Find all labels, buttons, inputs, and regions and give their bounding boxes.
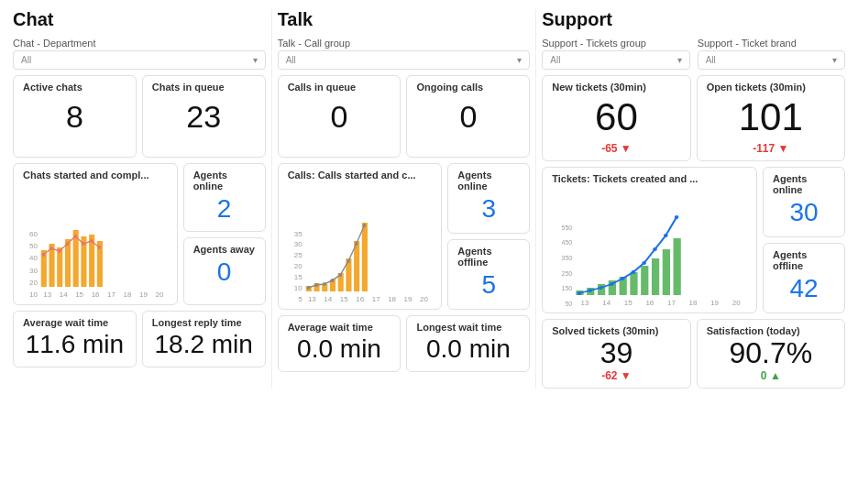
svg-point-30 [355, 242, 358, 246]
support-agents-online-value: 30 [773, 195, 835, 231]
solved-tickets-label: Solved tickets (30min) [552, 325, 680, 336]
chat-section: Chat Chat - Department All ▾ Active chat… [7, 9, 272, 389]
talk-chart-card: Calls: Calls started and c... 35 30 25 2… [278, 163, 443, 310]
talk-agents-offline-card: Agents offline 5 [447, 239, 530, 310]
support-chevron2-icon: ▾ [832, 55, 837, 65]
solved-tickets-delta: -62 [552, 369, 680, 382]
satisfaction-value: 90.7% [707, 336, 835, 369]
talk-chart-svg [304, 218, 433, 291]
open-tickets-delta: -117 [707, 142, 835, 155]
svg-point-27 [330, 279, 333, 282]
chat-longest-reply-label: Longest reply time [152, 317, 256, 328]
support-chevron1-icon: ▾ [677, 55, 682, 65]
talk-agents-online-label: Agents online [457, 170, 520, 192]
chats-queue-value: 23 [152, 93, 256, 141]
svg-point-8 [42, 253, 45, 257]
talk-longest-wait-card: Longest wait time 0.0 min [406, 315, 530, 372]
open-tickets-card: Open tickets (30min) 101 -117 [697, 75, 845, 161]
svg-point-50 [664, 234, 668, 237]
svg-point-14 [90, 239, 93, 243]
svg-rect-40 [663, 249, 670, 295]
satisfaction-card: Satisfaction (today) 90.7% 0 [697, 319, 845, 389]
svg-rect-3 [65, 239, 71, 287]
open-tickets-value: 101 [707, 93, 835, 142]
svg-rect-34 [598, 284, 605, 295]
svg-point-45 [610, 282, 614, 286]
chats-queue-card: Chats in queue 23 [142, 75, 266, 158]
svg-point-43 [588, 289, 593, 292]
svg-point-47 [632, 270, 636, 274]
svg-rect-2 [57, 247, 62, 287]
support-filter1-value: All [550, 55, 560, 65]
talk-chart-label: Calls: Calls started and c... [288, 170, 433, 181]
support-filter2-label: Support - Ticket brand [698, 38, 845, 49]
talk-section: Talk Talk - Call group All ▾ Calls in qu… [272, 9, 537, 389]
support-chart-card: Tickets: Tickets created and ... 550 450… [542, 167, 757, 313]
chat-filter-value: All [21, 55, 31, 65]
active-chats-label: Active chats [23, 82, 126, 93]
support-section: Support Support - Tickets group All ▾ Su… [536, 9, 851, 389]
calls-queue-label: Calls in queue [288, 82, 391, 93]
chat-bottom-row: Average wait time 11.6 min Longest reply… [13, 311, 266, 367]
support-filter2-value: All [706, 55, 716, 65]
chat-filters: Chat - Department All ▾ [13, 38, 266, 70]
support-chart-label: Tickets: Tickets created and ... [552, 173, 747, 184]
talk-callgroup-select[interactable]: All ▾ [278, 50, 531, 70]
svg-rect-23 [361, 223, 367, 291]
svg-point-51 [675, 215, 679, 219]
satisfaction-label: Satisfaction (today) [707, 325, 835, 336]
svg-point-31 [362, 224, 365, 227]
chat-avg-wait-value: 11.6 min [23, 328, 126, 361]
chat-chart-svg [39, 218, 168, 287]
chat-avg-wait-label: Average wait time [23, 317, 126, 328]
solved-tickets-value: 39 [552, 336, 680, 369]
talk-filter-label: Talk - Call group [278, 38, 531, 49]
satisfaction-delta: 0 [707, 369, 835, 382]
svg-point-13 [82, 242, 84, 246]
support-ticket-brand-select[interactable]: All ▾ [698, 50, 845, 70]
svg-rect-37 [631, 272, 638, 295]
svg-point-11 [66, 242, 69, 246]
chat-longest-reply-card: Longest reply time 18.2 min [142, 311, 266, 367]
support-agents-online-label: Agents online [773, 173, 835, 195]
svg-point-44 [599, 286, 603, 290]
chat-filter-label: Chat - Department [13, 38, 266, 49]
ongoing-calls-label: Ongoing calls [416, 82, 520, 93]
chat-agents-online-card: Agents online 2 [183, 163, 266, 232]
support-filter1-label: Support - Tickets group [542, 38, 689, 49]
talk-filters: Talk - Call group All ▾ [278, 38, 531, 70]
chat-agents-online-label: Agents online [193, 170, 256, 192]
svg-rect-38 [641, 266, 648, 295]
support-agents-offline-card: Agents offline 42 [763, 243, 845, 313]
svg-point-25 [314, 283, 317, 287]
svg-point-46 [621, 277, 625, 280]
svg-point-10 [58, 249, 60, 253]
support-bottom-row: Solved tickets (30min) 39 -62 Satisfacti… [542, 319, 845, 389]
svg-point-29 [346, 259, 349, 263]
calls-queue-value: 0 [288, 93, 391, 141]
svg-point-12 [74, 235, 77, 238]
chat-agents-away-label: Agents away [193, 244, 256, 255]
svg-rect-39 [652, 258, 659, 295]
solved-tickets-card: Solved tickets (30min) 39 -62 [542, 319, 690, 389]
svg-point-26 [323, 282, 325, 286]
chats-queue-label: Chats in queue [152, 82, 256, 93]
talk-agents-offline-label: Agents offline [457, 246, 520, 268]
chat-title: Chat [13, 9, 266, 30]
chat-department-select[interactable]: All ▾ [13, 50, 266, 70]
talk-agents-online-value: 3 [457, 192, 520, 227]
svg-point-42 [578, 291, 582, 295]
chat-agents-away-value: 0 [193, 255, 256, 290]
svg-point-48 [643, 261, 647, 265]
svg-point-24 [306, 286, 309, 290]
talk-longest-wait-label: Longest wait time [416, 322, 520, 333]
chat-avg-wait-card: Average wait time 11.6 min [13, 311, 137, 367]
talk-title: Talk [278, 9, 531, 30]
support-agents-offline-label: Agents offline [773, 249, 835, 271]
chat-agents-away-card: Agents away 0 [183, 237, 266, 306]
talk-bottom-row: Average wait time 0.0 min Longest wait t… [278, 315, 531, 372]
talk-filter-value: All [286, 55, 296, 65]
support-chart-svg [574, 213, 747, 295]
new-tickets-card: New tickets (30min) 60 -65 [542, 75, 690, 161]
support-tickets-group-select[interactable]: All ▾ [542, 50, 689, 70]
